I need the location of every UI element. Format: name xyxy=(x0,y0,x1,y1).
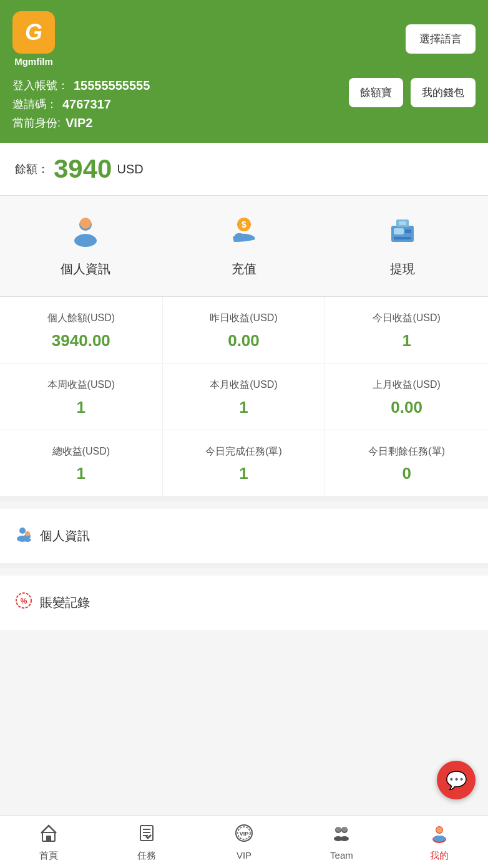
invite-row: 邀請碼： 4767317 xyxy=(12,97,150,112)
stat-personal-balance: 個人餘額(USD) 3940.00 xyxy=(0,297,163,363)
logo-area: G Mgmfilm xyxy=(12,11,55,67)
stat-today-income-value: 1 xyxy=(331,331,482,350)
balance-amount: 3940 xyxy=(54,154,112,184)
tasks-icon xyxy=(137,823,157,846)
info-section: 個人資訊 xyxy=(0,509,488,563)
stat-last-month-income-value: 0.00 xyxy=(331,398,482,417)
header-top: G Mgmfilm 選擇語言 xyxy=(12,11,476,67)
svg-point-16 xyxy=(24,538,31,542)
stat-total-income-label: 總收益(USD) xyxy=(6,445,156,458)
nav-mine[interactable]: 我的 xyxy=(391,816,488,868)
login-row: 登入帳號： 15555555555 xyxy=(12,78,150,93)
vip-icon: VIP xyxy=(234,823,254,846)
personal-info-action[interactable]: 個人資訊 xyxy=(6,208,165,284)
quick-actions: 個人資訊 $ 充值 xyxy=(0,196,488,297)
nav-team[interactable]: Team xyxy=(293,816,390,868)
stat-today-tasks-done-label: 今日完成任務(單) xyxy=(169,445,319,458)
svg-text:VIP: VIP xyxy=(240,831,249,837)
separator-1 xyxy=(0,496,488,501)
vip-value: VIP2 xyxy=(66,116,92,130)
svg-point-2 xyxy=(80,218,91,229)
logo-box: G xyxy=(12,11,55,54)
records-section: % 賬變記錄 xyxy=(0,576,488,630)
balance-currency: USD xyxy=(117,162,143,176)
svg-point-31 xyxy=(340,836,349,841)
svg-point-3 xyxy=(76,234,95,245)
separator-2 xyxy=(0,563,488,568)
quick-actions-grid: 個人資訊 $ 充值 xyxy=(0,196,488,296)
balance-treasure-button[interactable]: 餘額寶 xyxy=(349,78,403,107)
nav-tasks[interactable]: 任務 xyxy=(97,816,195,868)
svg-rect-11 xyxy=(399,221,406,225)
stat-month-income-label: 本月收益(USD) xyxy=(169,379,319,392)
vip-row: 當前身份: VIP2 xyxy=(12,115,150,130)
my-wallet-button[interactable]: 我的錢包 xyxy=(411,78,476,107)
user-details: 登入帳號： 15555555555 邀請碼： 4767317 當前身份: VIP… xyxy=(12,78,150,130)
invite-value: 4767317 xyxy=(62,97,111,112)
logo-name: Mgmfilm xyxy=(14,56,53,67)
home-icon xyxy=(39,823,59,846)
svg-point-35 xyxy=(436,827,442,833)
svg-text:%: % xyxy=(21,597,27,605)
stat-personal-balance-value: 3940.00 xyxy=(6,331,156,350)
stats-row-3: 總收益(USD) 1 今日完成任務(單) 1 今日剩餘任務(單) 0 xyxy=(0,430,488,497)
stat-today-tasks-remaining-label: 今日剩餘任務(單) xyxy=(331,445,482,458)
header: G Mgmfilm 選擇語言 登入帳號： 15555555555 邀請碼： 47… xyxy=(0,0,488,143)
language-button[interactable]: 選擇語言 xyxy=(406,24,476,54)
svg-rect-8 xyxy=(394,237,411,239)
nav-home[interactable]: 首頁 xyxy=(0,816,97,868)
personal-info-section-text: 個人資訊 xyxy=(40,528,90,544)
invite-label: 邀請碼： xyxy=(12,97,57,112)
stats-section: 個人餘額(USD) 3940.00 昨日收益(USD) 0.00 今日收益(US… xyxy=(0,297,488,496)
stats-row-2: 本周收益(USD) 1 本月收益(USD) 1 上月收益(USD) 0.00 xyxy=(0,364,488,430)
nav-team-label: Team xyxy=(330,850,353,861)
nav-vip[interactable]: VIP VIP xyxy=(195,816,293,868)
account-records-text: 賬變記錄 xyxy=(40,594,90,611)
stat-yesterday-income-value: 0.00 xyxy=(169,331,319,350)
recharge-icon: $ xyxy=(228,215,260,252)
stat-yesterday-income: 昨日收益(USD) 0.00 xyxy=(163,297,326,363)
withdraw-icon xyxy=(386,215,419,252)
mine-icon xyxy=(429,823,449,846)
stats-row-1: 個人餘額(USD) 3940.00 昨日收益(USD) 0.00 今日收益(US… xyxy=(0,297,488,364)
vip-label: 當前身份: xyxy=(12,115,61,130)
login-label: 登入帳號： xyxy=(12,78,69,93)
svg-text:$: $ xyxy=(242,219,246,229)
user-actions: 餘額寶 我的錢包 xyxy=(349,78,476,107)
stat-last-month-income-label: 上月收益(USD) xyxy=(331,379,482,392)
personal-info-row[interactable]: 個人資訊 xyxy=(15,521,473,551)
balance-section: 餘額： 3940 USD xyxy=(0,143,488,196)
stat-total-income-value: 1 xyxy=(6,464,156,483)
personal-info-icon xyxy=(69,215,102,252)
withdraw-action[interactable]: 提現 xyxy=(323,208,482,284)
svg-point-37 xyxy=(433,836,446,842)
recharge-action[interactable]: $ 充值 xyxy=(165,208,323,284)
personal-info-label: 個人資訊 xyxy=(61,261,110,277)
logo-letter: G xyxy=(25,19,42,46)
personal-info-section-icon xyxy=(15,525,32,547)
svg-point-12 xyxy=(19,528,26,534)
nav-vip-label: VIP xyxy=(237,850,251,861)
stat-today-tasks-done-value: 1 xyxy=(169,464,319,483)
chat-button[interactable]: 💬 xyxy=(437,761,476,799)
account-records-row[interactable]: % 賬變記錄 xyxy=(15,588,473,617)
stat-yesterday-income-label: 昨日收益(USD) xyxy=(169,312,319,325)
stat-week-income: 本周收益(USD) 1 xyxy=(0,364,163,430)
stat-today-tasks-remaining: 今日剩餘任務(單) 0 xyxy=(325,430,488,496)
nav-home-label: 首頁 xyxy=(39,850,58,862)
balance-label: 餘額： xyxy=(15,162,49,176)
recharge-label: 充值 xyxy=(232,261,256,277)
stat-month-income-value: 1 xyxy=(169,398,319,417)
stat-last-month-income: 上月收益(USD) 0.00 xyxy=(325,364,488,430)
chat-icon: 💬 xyxy=(446,770,467,791)
svg-point-32 xyxy=(336,827,341,832)
header-bottom: 登入帳號： 15555555555 邀請碼： 4767317 當前身份: VIP… xyxy=(12,78,476,130)
stat-month-income: 本月收益(USD) 1 xyxy=(163,364,326,430)
team-icon xyxy=(331,823,351,846)
nav-tasks-label: 任務 xyxy=(137,850,156,862)
svg-point-33 xyxy=(342,827,347,832)
stat-today-income: 今日收益(USD) 1 xyxy=(325,297,488,363)
svg-rect-7 xyxy=(394,228,404,234)
login-value: 15555555555 xyxy=(74,79,150,93)
svg-point-15 xyxy=(25,531,30,536)
